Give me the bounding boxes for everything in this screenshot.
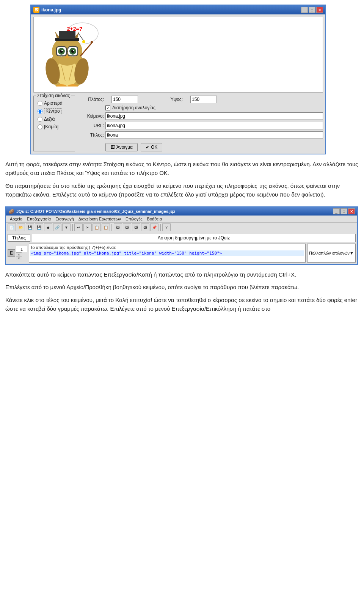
jquiz-toolbar: 📄 📂 💾 💾 ◆ 🔗 ▼ ↩ ✂ 📋 📋 🖼 🖼 🖼 🖼 📌 ? [6, 223, 357, 232]
tb-link-button[interactable]: 🔗 [53, 223, 61, 231]
jquiz-question-row: E 1 ▲ ▼ Το αποτέλεσμα της πρόσθεσης (-7)… [8, 244, 356, 263]
jquiz-title-left: 🥔 JQuiz: C:\HOT POTATOES\askiseis-gia-se… [8, 209, 175, 214]
tb-diamond-button[interactable]: ◆ [44, 223, 52, 231]
tb-img2-button[interactable]: 🖼 [123, 223, 131, 231]
tb-new-button[interactable]: 📄 [8, 223, 16, 231]
text-input[interactable] [105, 112, 323, 120]
menu-options[interactable]: Επιλογές [123, 216, 145, 222]
tb-img1-button[interactable]: 🖼 [114, 223, 122, 231]
paragraph-4: Επιλέγετε από το μενού Αρχείο/Προσθήκη β… [5, 283, 359, 291]
ratio-checkbox[interactable]: ✓ [105, 105, 110, 110]
tb-pin-button[interactable]: 📌 [150, 223, 158, 231]
svg-rect-25 [59, 31, 75, 39]
open-button[interactable]: 🖼 Άνοιγμα [105, 143, 138, 151]
paragraph-5: Κάνετε κλικ στο τέλος του κειμένου, μετά… [5, 296, 359, 313]
jquiz-title-row: Τίτλος [8, 234, 356, 242]
svg-point-29 [91, 41, 93, 43]
tb-open-button[interactable]: 📂 [17, 223, 25, 231]
svg-point-19 [73, 50, 74, 51]
tb-help-button[interactable]: ? [162, 223, 171, 231]
dialog1: 🖼 ikona.jpg _ □ ✕ 2+2=? [30, 5, 326, 154]
align-center-radio[interactable] [38, 109, 42, 114]
dialog1-title-left: 🖼 ikona.jpg [33, 7, 61, 13]
tb-save2-button[interactable]: 💾 [35, 223, 43, 231]
tb-copy-button[interactable]: 📋 [93, 223, 101, 231]
close-button[interactable]: ✕ [316, 7, 323, 13]
align-none-radio[interactable] [38, 124, 42, 129]
image-preview: 2+2=? [33, 17, 323, 93]
tb-separator-3 [160, 224, 161, 231]
ok-checkmark-icon: ✔ [146, 145, 149, 150]
dialog2-wrapper: 🥔 JQuiz: C:\HOT POTATOES\askiseis-gia-se… [0, 206, 364, 265]
bottom-text: Αποκόπτετε αυτό το κείμενο πατώντας Επεξ… [0, 265, 364, 322]
open-icon: 🖼 [110, 145, 115, 150]
ok-button[interactable]: ✔ OK [141, 143, 162, 151]
spin-up-button[interactable]: ▲ [16, 252, 22, 256]
question-text-area[interactable]: Το αποτέλεσμα της πρόσθεσης (-7)+(+5) εί… [29, 244, 306, 263]
minimize-button[interactable]: _ [301, 7, 308, 13]
jquiz-minimize-button[interactable]: _ [333, 208, 340, 214]
align-left-row: Αριστερά [38, 101, 71, 106]
menu-file[interactable]: Αρχείο [8, 216, 25, 222]
align-left-radio[interactable] [38, 101, 42, 106]
size-row: Πλάτος: Ύψος: [78, 96, 323, 103]
tb-img4-button[interactable]: 🖼 [141, 223, 149, 231]
question-number-box: E 1 ▲ ▼ [8, 244, 27, 263]
jquiz-title: JQuiz: C:\HOT POTATOES\askiseis-gia-semi… [16, 209, 175, 214]
align-center-row: Κέντρο [38, 108, 71, 114]
tb-undo-button[interactable]: ↩ [74, 223, 83, 231]
align-right-radio[interactable] [38, 117, 42, 122]
menu-insert[interactable]: Εισαγωγή [53, 216, 76, 222]
dialog1-icon: 🖼 [33, 7, 39, 13]
align-right-row: Δεξιά [38, 116, 71, 122]
height-input[interactable] [190, 96, 217, 103]
tb-separator-1 [72, 224, 73, 231]
ratio-label: Διατήρηση αναλογίας [112, 105, 155, 110]
title-input[interactable] [105, 131, 323, 139]
open-label: Άνοιγμα [116, 145, 133, 150]
jquiz-app-icon: 🥔 [8, 209, 14, 214]
e-label: E [8, 249, 15, 257]
question-line-2: <img src="ikona.jpg" alt="ikona.jpg" tit… [30, 250, 304, 256]
dropdown-arrow-icon: ▼ [350, 251, 354, 255]
align-left-label: Αριστερά [44, 101, 63, 106]
jquiz-close-button[interactable]: ✕ [348, 208, 355, 214]
tb-down-button[interactable]: ▼ [62, 223, 71, 231]
spin-down-button[interactable]: ▼ [16, 256, 22, 260]
align-right-label: Δεξιά [44, 116, 55, 122]
width-label: Πλάτος: [78, 97, 104, 102]
menu-help[interactable]: Βοήθεια [145, 216, 164, 222]
ok-label: OK [151, 145, 157, 150]
maximize-button[interactable]: □ [309, 7, 315, 13]
dialog1-buttons: 🖼 Άνοιγμα ✔ OK [105, 143, 323, 151]
jquiz-title-input[interactable] [32, 234, 356, 242]
svg-point-18 [61, 50, 63, 51]
answer-type-dropdown[interactable]: Πολλαπλών επιλογών ▼ [307, 244, 356, 263]
alignment-legend: Στοίχιση εικόνας [36, 93, 71, 98]
url-label: URL: [78, 123, 104, 128]
text-field-row: Κείμενο: [78, 112, 323, 120]
menu-edit[interactable]: Επεξεργασία [25, 216, 53, 222]
width-input[interactable] [111, 96, 138, 103]
answer-type-label: Πολλαπλών επιλογών [309, 251, 350, 255]
jquiz-maximize-button[interactable]: □ [340, 208, 347, 214]
url-input[interactable] [105, 122, 323, 129]
jquiz-window-controls: _ □ ✕ [333, 208, 355, 214]
tb-img3-button[interactable]: 🖼 [132, 223, 140, 231]
body-text-1: Αυτή τη φορά, τσεκάρετε στην ενότητα Στο… [0, 154, 364, 206]
align-none-label: [Καμία] [44, 124, 58, 129]
fields-area: Πλάτος: Ύψος: ✓ Διατήρηση αναλογίας Κείμ… [78, 96, 323, 151]
title-field-row: Τίτλος: [78, 131, 323, 139]
jquiz-title-label: Τίτλος [8, 234, 30, 242]
question-line-1: Το αποτέλεσμα της πρόσθεσης (-7)+(+5) εί… [30, 245, 304, 250]
jquiz-titlebar: 🥔 JQuiz: C:\HOT POTATOES\askiseis-gia-se… [6, 207, 357, 216]
height-label: Ύψος: [157, 97, 183, 102]
tb-save-button[interactable]: 💾 [26, 223, 34, 231]
menu-manage[interactable]: Διαχείριση Ερωτήσεων [76, 216, 123, 222]
tb-cut-button[interactable]: ✂ [83, 223, 92, 231]
jquiz-menubar: Αρχείο Επεξεργασία Εισαγωγή Διαχείριση Ε… [6, 216, 357, 223]
align-none-row: [Καμία] [38, 124, 71, 129]
title-field-label: Τίτλος: [78, 132, 104, 138]
tb-paste-button[interactable]: 📋 [102, 223, 110, 231]
paragraph-2: Θα παρατηρήσετε ότι στο πεδίο της ερώτησ… [5, 181, 359, 199]
